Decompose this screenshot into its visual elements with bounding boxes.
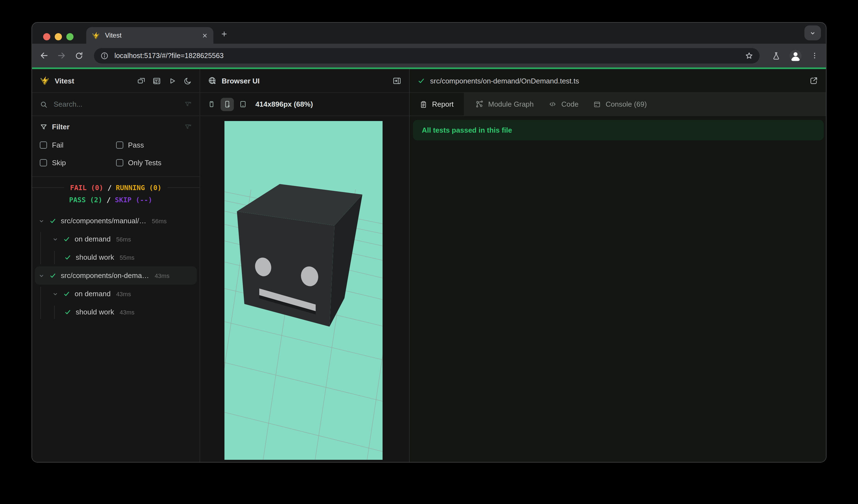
forward-icon[interactable] bbox=[57, 51, 66, 60]
chevron-down-icon[interactable] bbox=[38, 217, 45, 224]
close-window-button[interactable] bbox=[43, 33, 50, 40]
profile-avatar[interactable] bbox=[788, 48, 803, 63]
browser-tab[interactable]: Vitest bbox=[86, 27, 213, 44]
tab-search-button[interactable] bbox=[804, 26, 821, 40]
device-toolbar: 414x896px (68%) bbox=[200, 93, 409, 116]
tab-code[interactable]: Code bbox=[549, 100, 578, 108]
checkbox[interactable] bbox=[40, 159, 47, 166]
filter-option-fail[interactable]: Fail bbox=[40, 137, 116, 153]
url-text[interactable]: localhost:5173/#/?file=1828625563 bbox=[114, 52, 224, 60]
traffic-lights bbox=[43, 33, 74, 40]
chevron-down-icon[interactable] bbox=[52, 290, 59, 297]
reload-icon[interactable] bbox=[75, 51, 83, 60]
tree-row-test[interactable]: should work 55ms bbox=[35, 248, 197, 266]
all-tests-passed-banner: All tests passed in this file bbox=[413, 120, 824, 140]
report-header: src/components/on-demand/OnDemand.test.t… bbox=[410, 69, 826, 93]
panel-title: Browser UI bbox=[222, 77, 259, 85]
divider bbox=[32, 176, 200, 177]
duration-label: 43ms bbox=[116, 290, 131, 297]
running-count: RUNNING (0) bbox=[116, 183, 162, 192]
app-title: Vitest bbox=[55, 77, 74, 85]
tree-row-suite[interactable]: on demand 56ms bbox=[35, 230, 197, 248]
pass-check-icon bbox=[417, 77, 425, 84]
tree-row-file-on-demand[interactable]: src/components/on-dema… 43ms bbox=[35, 266, 197, 284]
search-input[interactable] bbox=[52, 99, 184, 109]
run-all-play-icon[interactable] bbox=[168, 77, 176, 85]
browser-navbar: localhost:5173/#/?file=1828625563 bbox=[32, 44, 826, 67]
sidebar: Vitest bbox=[32, 69, 200, 462]
moon-icon[interactable] bbox=[184, 77, 192, 85]
flask-icon[interactable] bbox=[772, 51, 781, 60]
tab-report[interactable]: Report bbox=[410, 93, 464, 115]
test-tree: src/components/manual/… 56ms on demand 5… bbox=[32, 212, 200, 321]
filter-title: Filter bbox=[52, 123, 70, 131]
clipboard-icon bbox=[420, 100, 428, 108]
bookmark-star-icon[interactable] bbox=[745, 51, 753, 60]
report-panel: src/components/on-demand/OnDemand.test.t… bbox=[410, 69, 826, 462]
skip-count: SKIP (--) bbox=[115, 196, 152, 204]
checkbox[interactable] bbox=[40, 142, 47, 149]
filter-section: Filter Fail Pass bbox=[32, 116, 200, 176]
site-info-icon[interactable] bbox=[100, 51, 109, 60]
pass-check-icon bbox=[64, 254, 71, 261]
tablet-icon[interactable] bbox=[239, 100, 247, 108]
checkbox[interactable] bbox=[116, 159, 123, 166]
address-bar[interactable]: localhost:5173/#/?file=1828625563 bbox=[94, 48, 760, 63]
tree-row-file-manual[interactable]: src/components/manual/… 56ms bbox=[35, 212, 197, 230]
browser-ui-header: Browser UI bbox=[200, 69, 409, 93]
phone-plus-device-button[interactable] bbox=[221, 98, 234, 111]
duration-label: 55ms bbox=[120, 254, 134, 261]
clear-filter-icon[interactable] bbox=[184, 123, 192, 131]
close-tab-icon[interactable] bbox=[202, 32, 208, 38]
vitest-favicon bbox=[92, 31, 100, 39]
kebab-menu-icon[interactable] bbox=[810, 51, 819, 60]
collapse-panes-icon[interactable] bbox=[137, 77, 145, 85]
filter-option-only-tests[interactable]: Only Tests bbox=[116, 155, 192, 171]
panel-right-icon[interactable] bbox=[393, 76, 401, 85]
globe-icon bbox=[208, 76, 217, 85]
vitest-ui: Vitest bbox=[32, 69, 826, 462]
funnel-icon bbox=[40, 123, 48, 131]
module-graph-icon bbox=[475, 100, 484, 108]
viewport-size-label: 414x896px (68%) bbox=[255, 100, 313, 108]
pass-check-icon bbox=[63, 290, 70, 297]
duration-label: 43ms bbox=[155, 272, 170, 279]
tab-console[interactable]: Console (69) bbox=[593, 100, 647, 108]
filter-option-skip[interactable]: Skip bbox=[40, 155, 116, 171]
dashboard-icon[interactable] bbox=[153, 77, 161, 85]
checkbox[interactable] bbox=[116, 142, 123, 149]
test-status-summary: FAIL (0) / RUNNING (0) PASS (2) / SKIP (… bbox=[32, 183, 200, 204]
back-icon[interactable] bbox=[39, 51, 49, 60]
search-icon bbox=[40, 100, 48, 108]
browser-ui-panel: Browser UI 414x896px bbox=[200, 69, 410, 462]
pass-count: PASS (2) bbox=[69, 196, 102, 204]
tab-title: Vitest bbox=[105, 32, 202, 39]
browser-titlebar: Vitest bbox=[32, 23, 826, 44]
external-link-icon[interactable] bbox=[809, 76, 818, 85]
desktop: Vitest bbox=[0, 0, 858, 504]
duration-label: 56ms bbox=[116, 236, 131, 242]
zoom-window-button[interactable] bbox=[66, 33, 74, 40]
pass-check-icon bbox=[63, 235, 70, 243]
search-row bbox=[32, 93, 200, 116]
test-file-path: src/components/on-demand/OnDemand.test.t… bbox=[430, 77, 579, 85]
chevron-down-icon[interactable] bbox=[38, 272, 45, 279]
new-tab-button[interactable] bbox=[221, 30, 228, 37]
filter-option-pass[interactable]: Pass bbox=[116, 137, 192, 153]
phone-small-icon[interactable] bbox=[207, 100, 216, 108]
tree-row-test[interactable]: should work 43ms bbox=[35, 303, 197, 321]
pass-check-icon bbox=[49, 217, 57, 224]
tab-module-graph[interactable]: Module Graph bbox=[475, 100, 534, 108]
duration-label: 56ms bbox=[152, 217, 167, 224]
clear-search-filter-icon[interactable] bbox=[184, 100, 192, 108]
test-viewport-canvas[interactable] bbox=[224, 121, 383, 460]
inactive-tabs: Module Graph Code Console bbox=[464, 93, 826, 115]
code-icon bbox=[549, 100, 557, 108]
chevron-down-icon[interactable] bbox=[52, 236, 59, 242]
console-icon bbox=[593, 100, 601, 108]
tree-row-suite[interactable]: on demand 43ms bbox=[35, 284, 197, 303]
minimize-window-button[interactable] bbox=[55, 33, 62, 40]
report-tabstrip: Report Module Graph bbox=[410, 93, 826, 116]
browser-window: Vitest bbox=[32, 22, 826, 462]
pass-check-icon bbox=[64, 308, 71, 315]
